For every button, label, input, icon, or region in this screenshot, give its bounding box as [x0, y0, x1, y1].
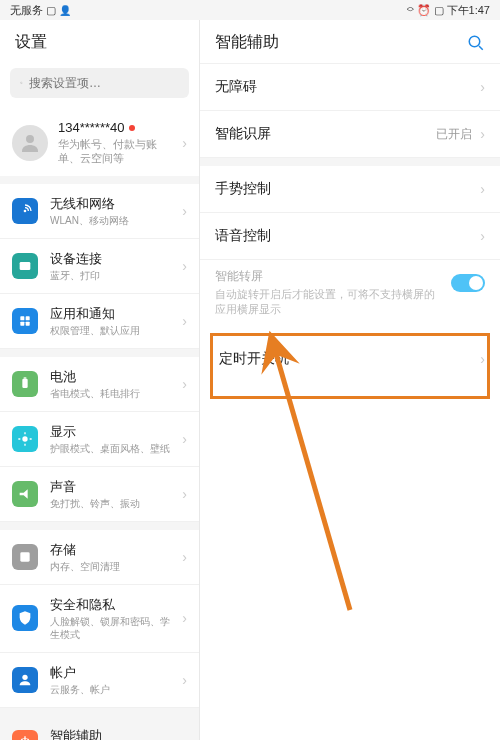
svg-rect-9	[24, 377, 27, 378]
detail-item-smartscreen[interactable]: 智能识屏 已开启 ›	[200, 111, 500, 158]
item-subtitle: 人脸解锁、锁屏和密码、学生模式	[50, 615, 170, 641]
item-subtitle: 蓝牙、打印	[50, 269, 170, 282]
notification-dot	[129, 125, 135, 131]
chevron-right-icon: ›	[480, 351, 485, 367]
settings-item[interactable]: 应用和通知 权限管理、默认应用 ›	[0, 294, 199, 349]
search-icon	[20, 74, 23, 92]
settings-item[interactable]: 安全和隐私 人脸解锁、锁屏和密码、学生模式 ›	[0, 585, 199, 653]
detail-title: 智能辅助	[215, 32, 279, 53]
profile-icon: 👤	[59, 5, 71, 16]
item-label: 智能识屏	[215, 125, 271, 143]
svg-point-12	[22, 674, 27, 679]
carrier-text: 无服务	[10, 3, 43, 18]
search-icon[interactable]	[467, 34, 485, 52]
battery-icon: ▢	[434, 4, 444, 17]
settings-left-panel: 设置 134******40 华为帐号、付款与账单、云空间等 › 无线和网络 W…	[0, 20, 200, 740]
chevron-right-icon: ›	[480, 228, 485, 244]
item-icon	[12, 730, 38, 740]
item-icon	[12, 253, 38, 279]
rotation-toggle[interactable]	[451, 274, 485, 292]
account-name: 134******40	[58, 120, 125, 135]
item-title: 电池	[50, 368, 170, 386]
svg-rect-3	[20, 262, 31, 270]
avatar	[12, 125, 48, 161]
svg-rect-4	[20, 316, 24, 320]
detail-item-gesture[interactable]: 手势控制 ›	[200, 166, 500, 213]
chevron-right-icon: ›	[182, 672, 187, 688]
chevron-right-icon: ›	[182, 549, 187, 565]
account-row[interactable]: 134******40 华为帐号、付款与账单、云空间等 ›	[0, 110, 199, 184]
item-subtitle: WLAN、移动网络	[50, 214, 170, 227]
svg-rect-8	[22, 378, 27, 387]
chevron-right-icon: ›	[182, 258, 187, 274]
item-icon	[12, 481, 38, 507]
svg-point-10	[22, 436, 27, 441]
chevron-right-icon: ›	[182, 203, 187, 219]
settings-item[interactable]: 无线和网络 WLAN、移动网络 ›	[0, 184, 199, 239]
item-title: 设备连接	[50, 250, 170, 268]
item-icon	[12, 371, 38, 397]
chevron-right-icon: ›	[480, 126, 485, 142]
settings-item[interactable]: 电池 省电模式、耗电排行 ›	[0, 357, 199, 412]
item-title: 智能辅助	[50, 727, 170, 740]
item-subtitle: 云服务、帐户	[50, 683, 170, 696]
settings-item[interactable]: 声音 免打扰、铃声、振动 ›	[0, 467, 199, 522]
time-text: 下午1:47	[447, 3, 490, 18]
wifi-icon: ⌔	[407, 4, 414, 16]
svg-rect-5	[26, 316, 30, 320]
item-label: 无障碍	[215, 78, 257, 96]
chevron-right-icon: ›	[182, 313, 187, 329]
svg-line-17	[479, 46, 483, 50]
chevron-right-icon: ›	[182, 135, 187, 151]
svg-point-0	[21, 82, 23, 84]
item-value: 已开启	[436, 126, 472, 143]
item-subtitle: 权限管理、默认应用	[50, 324, 170, 337]
chevron-right-icon: ›	[480, 181, 485, 197]
settings-title: 设置	[0, 20, 199, 63]
item-title: 安全和隐私	[50, 596, 170, 614]
item-icon	[12, 308, 38, 334]
settings-item[interactable]: 显示 护眼模式、桌面风格、壁纸 ›	[0, 412, 199, 467]
detail-item-voice[interactable]: 语音控制 ›	[200, 213, 500, 260]
chevron-right-icon: ›	[182, 735, 187, 740]
sim-icon: ▢	[46, 4, 56, 17]
search-box[interactable]	[10, 68, 189, 98]
item-icon	[12, 544, 38, 570]
chevron-right-icon: ›	[480, 79, 485, 95]
svg-point-2	[26, 135, 34, 143]
settings-item[interactable]: 存储 内存、空间清理 ›	[0, 530, 199, 585]
item-title: 无线和网络	[50, 195, 170, 213]
chevron-right-icon: ›	[182, 610, 187, 626]
detail-item-accessibility[interactable]: 无障碍 ›	[200, 64, 500, 111]
account-subtitle: 华为帐号、付款与账单、云空间等	[58, 137, 172, 166]
item-icon	[12, 426, 38, 452]
chevron-right-icon: ›	[182, 376, 187, 392]
item-title: 显示	[50, 423, 170, 441]
svg-line-1	[22, 83, 23, 84]
item-title: 应用和通知	[50, 305, 170, 323]
item-subtitle: 内存、空间清理	[50, 560, 170, 573]
item-subtitle: 省电模式、耗电排行	[50, 387, 170, 400]
item-subtitle: 免打扰、铃声、振动	[50, 497, 170, 510]
item-title: 存储	[50, 541, 170, 559]
chevron-right-icon: ›	[182, 486, 187, 502]
note-title: 智能转屏	[215, 268, 441, 285]
item-label: 语音控制	[215, 227, 271, 245]
svg-rect-11	[20, 552, 29, 561]
item-subtitle: 护眼模式、桌面风格、壁纸	[50, 442, 170, 455]
chevron-right-icon: ›	[182, 431, 187, 447]
item-icon	[12, 198, 38, 224]
scheduled-power-item[interactable]: 定时开关机	[210, 333, 490, 399]
item-icon	[12, 605, 38, 631]
settings-item[interactable]: 帐户 云服务、帐户 ›	[0, 653, 199, 708]
svg-point-16	[469, 36, 480, 47]
search-input[interactable]	[29, 76, 179, 90]
item-icon	[12, 667, 38, 693]
settings-item[interactable]: 智能辅助 无障碍、智能识屏 ›	[0, 716, 199, 740]
settings-item[interactable]: 设备连接 蓝牙、打印 ›	[0, 239, 199, 294]
svg-rect-7	[26, 321, 30, 325]
item-title: 声音	[50, 478, 170, 496]
rotation-note: 智能转屏 自动旋转开启后才能设置，可将不支持横屏的应用横屏显示	[200, 260, 500, 328]
note-desc: 自动旋转开启后才能设置，可将不支持横屏的应用横屏显示	[215, 287, 441, 318]
item-label: 定时开关机	[219, 350, 289, 368]
